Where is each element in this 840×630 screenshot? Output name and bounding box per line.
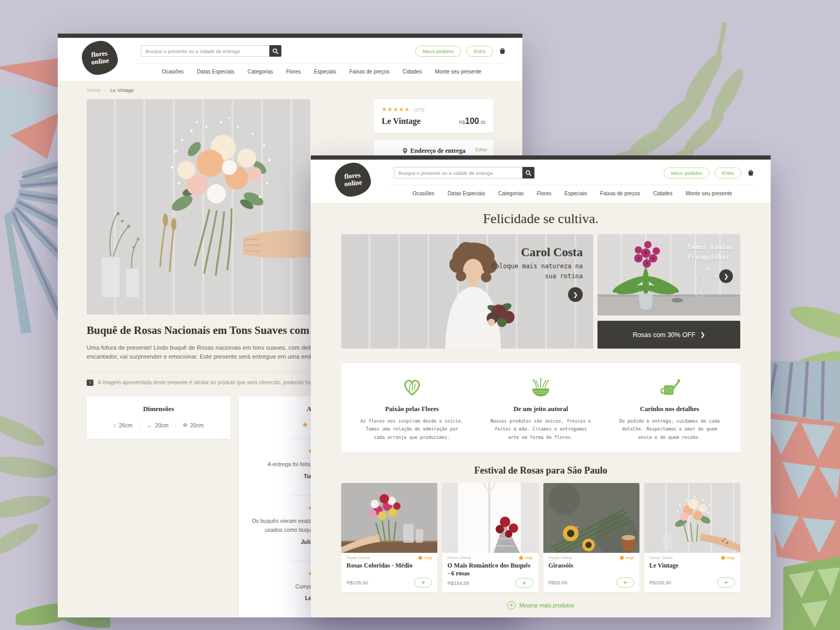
- hero-side-next-button[interactable]: ❯: [719, 269, 733, 283]
- feature-text: As flores nos inspiram desde o início. T…: [359, 417, 465, 442]
- search-box: [141, 45, 281, 57]
- hoje-badge: Hoje: [519, 555, 533, 560]
- nav-item-monte-seu-presente[interactable]: Monte seu presente: [435, 69, 481, 75]
- search-box: [394, 167, 534, 178]
- window-top-bar: [311, 155, 771, 160]
- product-summary-card: ★★★★★ (173) Le Vintage R$100,30: [374, 99, 494, 133]
- plant-bowl-icon: [529, 377, 553, 398]
- product-price: R$55,00: [549, 580, 568, 585]
- clock-icon: [620, 556, 624, 560]
- add-to-cart-button[interactable]: +: [616, 578, 634, 587]
- logo-text: online: [344, 178, 362, 187]
- magnifier-icon: [525, 170, 532, 176]
- magnifier-icon: [272, 48, 279, 55]
- nav-item-especiais[interactable]: Especiais: [564, 191, 587, 196]
- search-input[interactable]: [141, 45, 269, 57]
- entre-button[interactable]: Entre: [715, 167, 741, 178]
- breadcrumb-current: Le Vintage: [110, 87, 134, 93]
- feature-title: Paixão pelas Flores: [359, 405, 465, 413]
- dimensions-title: Dimensões: [87, 405, 230, 413]
- search-button[interactable]: [269, 45, 281, 57]
- product-image: [644, 483, 740, 553]
- meus-pedidos-button[interactable]: Meus pedidos: [664, 167, 709, 178]
- nav-item-especiais[interactable]: Especiais: [314, 69, 337, 75]
- search-button[interactable]: [522, 167, 534, 178]
- nav-item-datas-especiais[interactable]: Datas Especiais: [197, 69, 235, 75]
- logo-text: online: [91, 57, 109, 66]
- cart-icon[interactable]: [747, 169, 755, 177]
- product-brand: Flores Online: [649, 555, 673, 560]
- breadcrumb-home[interactable]: Home: [87, 87, 100, 93]
- nav-item-cidades[interactable]: Cidades: [653, 191, 673, 196]
- nav-item-monte-seu-presente[interactable]: Monte seu presente: [686, 191, 732, 196]
- product-price: R$154,58: [447, 580, 469, 586]
- show-more-products-link[interactable]: + Mostrar mais produtos: [341, 601, 740, 610]
- hero-side-text: Temos Vandas fresquinhas! ❯: [687, 243, 733, 283]
- product-card-girassois[interactable]: Flores Online Hoje Girassóis R$55,00 +: [543, 483, 639, 592]
- product-image: [442, 483, 538, 553]
- star-icons: ★★★★★: [382, 106, 410, 112]
- clock-icon: [721, 556, 725, 560]
- nav-item-flores[interactable]: Flores: [537, 191, 551, 196]
- hoje-badge: Hoje: [620, 555, 634, 560]
- product-name: Le Vintage: [382, 117, 421, 126]
- nav-item-ocasioes[interactable]: Ocasiões: [162, 69, 184, 75]
- feature-carinho: Carinho nos detalhes Do pedido à entrega…: [617, 377, 722, 442]
- feature-text: Do pedido à entrega, cuidamos de cada de…: [617, 417, 722, 442]
- dimension-diameter: ⊕ 20cm: [175, 422, 211, 428]
- add-to-cart-button[interactable]: +: [414, 578, 432, 587]
- dimension-height: ↕ 26cm: [107, 422, 139, 428]
- product-rating: ★★★★★ (173): [382, 106, 486, 113]
- nav-item-datas-especiais[interactable]: Datas Especiais: [447, 191, 485, 196]
- nav-item-categorias[interactable]: Categorias: [248, 69, 273, 75]
- product-name: O Mais Romântico dos Buquês - 6 rosas: [447, 562, 533, 577]
- entre-button[interactable]: Entre: [466, 46, 493, 57]
- height-icon: ↕: [113, 422, 117, 428]
- nav-item-flores[interactable]: Flores: [286, 69, 301, 75]
- home-headline: Felicidade se cultiva.: [341, 211, 740, 227]
- hero-next-button[interactable]: ❯: [568, 287, 583, 302]
- product-card-le-vintage[interactable]: Flores Online Hoje Le Vintage R$100,30 +: [644, 483, 740, 592]
- nav-item-faixas-de-precos[interactable]: Faixas de preços: [350, 69, 390, 75]
- breadcrumb-separator: |: [104, 87, 106, 93]
- product-image: [341, 483, 437, 553]
- site-header: flores online Meus pedidos Entre: [58, 38, 522, 81]
- cart-icon[interactable]: [498, 47, 507, 55]
- rosas-30-off-banner[interactable]: Rosas com 30% OFF ❯: [597, 321, 740, 349]
- feature-autoral: De um jeito autoral Nossos produtos são …: [488, 377, 593, 442]
- add-to-cart-button[interactable]: +: [516, 578, 533, 588]
- nav-item-faixas-de-precos[interactable]: Faixas de preços: [600, 191, 640, 196]
- hoje-badge: Hoje: [418, 555, 432, 560]
- clock-icon: [519, 556, 523, 560]
- plus-circle-icon: +: [507, 601, 516, 610]
- festival-section-title: Festival de Rosas para São Paulo: [341, 465, 740, 476]
- width-icon: ↔: [146, 422, 152, 428]
- address-title: Endereço de entrega: [411, 147, 466, 155]
- product-card-mais-romantico[interactable]: Flores Online Hoje O Mais Romântico dos …: [442, 483, 538, 592]
- dimension-width: ↔ 20cm: [139, 422, 175, 428]
- chevron-right-icon: ❯: [700, 331, 705, 338]
- nav-item-ocasioes[interactable]: Ocasiões: [413, 191, 435, 196]
- feature-title: De um jeito autoral: [488, 405, 593, 413]
- edit-address-link[interactable]: Editar: [476, 147, 487, 152]
- hero-banner-carol-costa[interactable]: Carol Costa Coloque mais natureza na sua…: [341, 234, 593, 349]
- home-page-window: flores online Meus pedidos Entre: [311, 155, 771, 617]
- chevron-right-icon: ❯: [573, 291, 578, 298]
- nav-item-categorias[interactable]: Categorias: [498, 191, 523, 196]
- nav-item-cidades[interactable]: Cidades: [403, 69, 422, 75]
- feature-paixao: Paixão pelas Flores As flores nos inspir…: [359, 377, 465, 442]
- add-to-cart-button[interactable]: +: [717, 578, 735, 587]
- chevron-right-icon: ❯: [723, 273, 728, 280]
- feature-title: Carinho nos detalhes: [617, 405, 722, 413]
- product-price: R$100,30: [649, 580, 671, 585]
- watering-can-icon: [657, 377, 681, 398]
- search-input[interactable]: [394, 167, 522, 178]
- meus-pedidos-button[interactable]: Meus pedidos: [415, 46, 461, 57]
- product-brand: Flores Online: [447, 555, 471, 560]
- bouquet-illustration: [87, 99, 310, 314]
- feature-text: Nossos produtos são únicos, frescos e fe…: [488, 417, 593, 442]
- rating-count: (173): [414, 107, 424, 112]
- hero-title: Carol Costa: [492, 246, 583, 259]
- hero-banner-vandas[interactable]: Temos Vandas fresquinhas! ❯: [597, 234, 740, 316]
- product-card-rosas-coloridas[interactable]: Flores Online Hoje Rosas Coloridas - Méd…: [341, 483, 437, 592]
